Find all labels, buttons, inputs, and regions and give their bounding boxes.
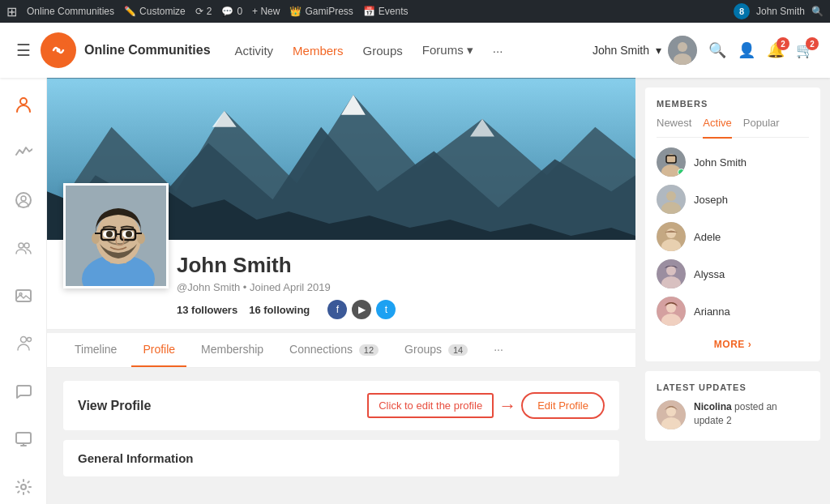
- notifications-button[interactable]: 🔔 2: [767, 41, 785, 59]
- sidebar-image-icon[interactable]: [10, 282, 37, 314]
- user-dropdown-chevron: ▾: [656, 44, 661, 57]
- sidebar-activity-icon[interactable]: [10, 139, 37, 170]
- member-item[interactable]: Adele: [657, 222, 809, 251]
- nav-members[interactable]: Members: [293, 41, 344, 61]
- twitter-icon[interactable]: t: [376, 300, 396, 319]
- followers-stat: 13 followers: [177, 304, 237, 316]
- member-avatar-adele: [657, 222, 686, 251]
- admin-wp-icon[interactable]: ⊞: [6, 4, 17, 19]
- admin-comments[interactable]: 💬 0: [221, 6, 242, 17]
- profile-info-bar: John Smith @John Smith • Joined April 20…: [47, 240, 635, 330]
- search-button[interactable]: 🔍: [708, 41, 726, 59]
- svg-point-1: [57, 49, 61, 53]
- cart-badge: 2: [806, 37, 819, 50]
- latest-update-item[interactable]: Nicolina posted an update 2: [657, 400, 809, 429]
- youtube-icon[interactable]: ▶: [352, 300, 371, 319]
- member-name-joseph: Joseph: [694, 194, 728, 206]
- sidebar-chat-icon[interactable]: [10, 378, 37, 409]
- members-tab-popular[interactable]: Popular: [743, 117, 780, 132]
- svg-point-12: [20, 337, 26, 343]
- user-dropdown-name: John Smith: [593, 44, 649, 57]
- search-icon: 🔍: [708, 41, 726, 59]
- admin-user-name[interactable]: John Smith: [756, 6, 805, 17]
- updates-icon: ⟳: [195, 6, 203, 17]
- admin-events[interactable]: 📅 Events: [363, 6, 409, 17]
- admin-new[interactable]: + New: [252, 6, 280, 17]
- edit-profile-button[interactable]: Edit Profile: [521, 392, 605, 419]
- sidebar-group-icon[interactable]: [10, 234, 37, 266]
- sidebar-person-icon[interactable]: [10, 91, 37, 122]
- profile-content: View Profile Click to edit the profile →…: [47, 368, 635, 489]
- admin-bar-right: 8 John Smith 🔍: [734, 3, 824, 19]
- admin-search-icon[interactable]: 🔍: [811, 6, 824, 17]
- tab-profile[interactable]: Profile: [131, 333, 186, 367]
- member-avatar-alyssa: [657, 259, 686, 288]
- members-widget-title: MEMBERS: [657, 99, 809, 109]
- top-nav-menu: Activity Members Groups Forums ▾ ···: [235, 40, 593, 61]
- tab-timeline[interactable]: Timeline: [63, 333, 128, 367]
- content-area: John Smith @John Smith • Joined April 20…: [47, 78, 830, 504]
- nav-groups[interactable]: Groups: [363, 41, 403, 61]
- tab-groups[interactable]: Groups 14: [393, 333, 479, 367]
- sidebar-user-circle-icon[interactable]: [10, 186, 37, 218]
- svg-point-54: [666, 303, 676, 313]
- tab-more[interactable]: ···: [482, 333, 515, 367]
- view-profile-title: View Profile: [78, 399, 151, 413]
- nav-user-avatar: [668, 36, 697, 65]
- tab-membership[interactable]: Membership: [190, 333, 275, 367]
- sidebar-settings-icon[interactable]: [10, 473, 37, 504]
- admin-user-bubble: 8: [734, 3, 750, 19]
- member-name-arianna: Arianna: [694, 305, 730, 318]
- svg-point-51: [666, 266, 676, 275]
- profile-button[interactable]: 👤: [738, 41, 755, 59]
- member-name-john: John Smith: [694, 156, 747, 169]
- top-nav: ☰ Online Communities Activity Members Gr…: [0, 23, 830, 78]
- admin-customize[interactable]: ✏️ Customize: [124, 6, 186, 17]
- profile-name: John Smith: [177, 253, 619, 278]
- svg-point-45: [666, 191, 676, 201]
- members-more-link[interactable]: MORE ›: [657, 334, 809, 350]
- admin-online-communities[interactable]: Online Communities: [27, 6, 114, 17]
- members-tab-newest[interactable]: Newest: [657, 117, 691, 132]
- svg-point-9: [24, 243, 29, 248]
- sidebar-monitor-icon[interactable]: [10, 425, 37, 457]
- annotation-arrow: →: [498, 395, 516, 416]
- admin-gamipress[interactable]: 👑 GamiPress: [289, 6, 353, 17]
- cart-button[interactable]: 🛒 2: [796, 41, 814, 59]
- profile-icon: 👤: [738, 41, 755, 59]
- admin-updates[interactable]: ⟳ 2: [195, 6, 212, 17]
- member-avatar-john: [657, 147, 686, 177]
- facebook-icon[interactable]: f: [327, 300, 347, 319]
- logo-icon: [41, 32, 76, 68]
- update-text: Nicolina posted an update 2: [694, 400, 809, 428]
- comments-icon: 💬: [221, 6, 233, 17]
- member-item[interactable]: Alyssa: [657, 259, 809, 288]
- svg-point-48: [666, 229, 676, 238]
- members-tab-active[interactable]: Active: [703, 117, 731, 139]
- profile-sub: @John Smith • Joined April 2019: [177, 281, 619, 293]
- latest-updates-widget: LATEST UPDATES Nicolina posted an: [645, 371, 820, 441]
- nav-forums[interactable]: Forums ▾: [422, 40, 473, 61]
- main-layout: John Smith @John Smith • Joined April 20…: [0, 78, 830, 504]
- callout-box: Click to edit the profile: [367, 393, 494, 418]
- tab-connections[interactable]: Connections 12: [278, 333, 390, 367]
- svg-point-34: [126, 231, 132, 237]
- member-name-alyssa: Alyssa: [694, 268, 725, 280]
- left-sidebar: [0, 78, 47, 504]
- nav-activity[interactable]: Activity: [235, 41, 274, 61]
- member-item[interactable]: Arianna: [657, 297, 809, 326]
- sidebar-members-icon[interactable]: [10, 330, 37, 361]
- profile-avatar: [63, 183, 169, 288]
- nav-more[interactable]: ···: [493, 41, 503, 61]
- members-widget: MEMBERS Newest Active Popular: [645, 88, 820, 361]
- general-info-box: General Information: [63, 440, 619, 476]
- gamipress-icon: 👑: [289, 6, 302, 17]
- profile-name-area: John Smith @John Smith • Joined April 20…: [177, 253, 619, 329]
- logo[interactable]: Online Communities: [41, 32, 211, 68]
- view-profile-box: View Profile Click to edit the profile →…: [63, 381, 619, 430]
- member-item[interactable]: Joseph: [657, 185, 809, 214]
- member-item[interactable]: John Smith: [657, 147, 809, 177]
- user-dropdown[interactable]: John Smith ▾: [593, 36, 697, 65]
- hamburger-button[interactable]: ☰: [16, 41, 31, 60]
- svg-rect-10: [16, 290, 31, 301]
